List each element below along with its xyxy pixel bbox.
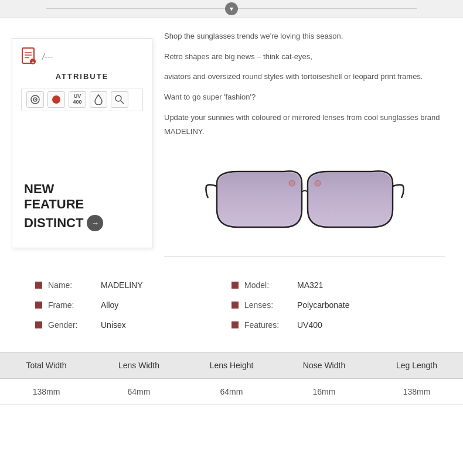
svg-point-8 — [35, 99, 36, 100]
attr-label-model: Model: — [244, 280, 291, 290]
dim-value-lens-height: 64mm — [185, 387, 278, 396]
arrow-right-icon[interactable]: → — [87, 215, 103, 231]
new-feature-distinct: DISTINCT → — [24, 215, 103, 231]
dim-header-lens-height: Lens Height — [185, 361, 278, 370]
icon-row: UV400 — [21, 88, 143, 111]
attr-bullet-lenses — [232, 302, 239, 309]
dim-header-nose-width: Nose Width — [278, 361, 370, 370]
dimensions-section: Total Width Lens Width Lens Height Nose … — [0, 352, 463, 405]
new-feature-line2: FEATURE — [24, 197, 140, 212]
attr-bullet-gender — [35, 321, 42, 328]
attr-row-1: Name: MADELINY Model: MA321 — [35, 280, 428, 290]
dim-value-total-width: 138mm — [0, 387, 93, 396]
dim-value-leg-length: 138mm — [370, 387, 463, 396]
svg-text:+: + — [32, 60, 35, 65]
attributes-section: Name: MADELINY Model: MA321 Frame: Alloy… — [0, 269, 463, 352]
dim-header-leg-length: Leg Length — [370, 361, 463, 370]
attr-value-model: MA321 — [297, 280, 323, 290]
attr-value-lenses: Polycarbonate — [297, 300, 350, 310]
left-panel-header: + /--- — [21, 47, 143, 66]
uv400-icon: UV400 — [69, 91, 86, 108]
attr-features: Features: UV400 — [232, 320, 428, 330]
header-slash-text: /--- — [42, 52, 53, 61]
desc-line-3: aviators and oversized round styles with… — [164, 70, 445, 84]
dim-values-row: 138mm 64mm 64mm 16mm 138mm — [0, 378, 463, 405]
attr-label-features: Features: — [244, 320, 291, 330]
attr-bullet-model — [232, 282, 239, 289]
attr-value-name: MADELINY — [101, 280, 143, 290]
attr-lenses: Lenses: Polycarbonate — [232, 300, 428, 310]
dim-header-total-width: Total Width — [0, 361, 93, 370]
sunglasses-image-container — [164, 151, 445, 257]
chevron-down-icon[interactable]: ▾ — [225, 2, 238, 15]
target-icon — [26, 91, 44, 108]
attr-bullet-frame — [35, 302, 42, 309]
attr-label-gender: Gender: — [48, 320, 95, 330]
svg-line-11 — [121, 101, 124, 104]
attr-name: Name: MADELINY — [35, 280, 232, 290]
attribute-title: ATTRIBUTE — [21, 72, 143, 81]
main-container: + /--- ATTRIBUTE UV400 NEW FEATURE DI — [0, 18, 463, 269]
attr-model: Model: MA321 — [232, 280, 428, 290]
new-feature-line1: NEW — [24, 182, 140, 197]
attr-bullet-name — [35, 282, 42, 289]
drop-icon — [90, 91, 107, 108]
attr-value-gender: Unisex — [101, 320, 126, 330]
attr-bullet-features — [232, 321, 239, 328]
circle-dot-icon — [47, 91, 65, 108]
attr-row-3: Gender: Unisex Features: UV400 — [35, 320, 428, 330]
svg-point-9 — [52, 95, 60, 104]
svg-point-10 — [115, 95, 121, 101]
new-feature-line3: DISTINCT — [24, 215, 83, 231]
attr-label-frame: Frame: — [48, 300, 95, 310]
desc-line-5: Update your sunnies with coloured or mir… — [164, 111, 445, 139]
attr-label-lenses: Lenses: — [244, 300, 291, 310]
desc-line-4: Want to go super 'fashion'? — [164, 90, 445, 105]
dim-bottom-divider — [0, 405, 463, 405]
dim-header-lens-width: Lens Width — [93, 361, 185, 370]
attr-value-frame: Alloy — [101, 300, 118, 310]
description-block: Shop the sunglasses trends we're loving … — [164, 29, 445, 145]
attr-label-name: Name: — [48, 280, 95, 290]
attr-frame: Frame: Alloy — [35, 300, 232, 310]
dim-value-lens-width: 64mm — [93, 387, 185, 396]
attr-row-2: Frame: Alloy Lenses: Polycarbonate — [35, 300, 428, 310]
search-icon — [111, 91, 128, 108]
dim-header-row: Total Width Lens Width Lens Height Nose … — [0, 352, 463, 378]
new-feature-block: NEW FEATURE DISTINCT → — [21, 182, 143, 231]
attr-value-features: UV400 — [297, 320, 322, 330]
left-panel: + /--- ATTRIBUTE UV400 NEW FEATURE DI — [12, 38, 152, 248]
document-icon: + — [21, 47, 38, 66]
desc-line-1: Shop the sunglasses trends we're loving … — [164, 29, 445, 44]
sunglasses-image — [205, 151, 404, 245]
attr-gender: Gender: Unisex — [35, 320, 232, 330]
dim-value-nose-width: 16mm — [278, 387, 370, 396]
right-panel: Shop the sunglasses trends we're loving … — [152, 18, 463, 269]
desc-line-2: Retro shapes are big news – think cat-ey… — [164, 50, 445, 64]
top-bar: ▾ — [0, 0, 463, 18]
